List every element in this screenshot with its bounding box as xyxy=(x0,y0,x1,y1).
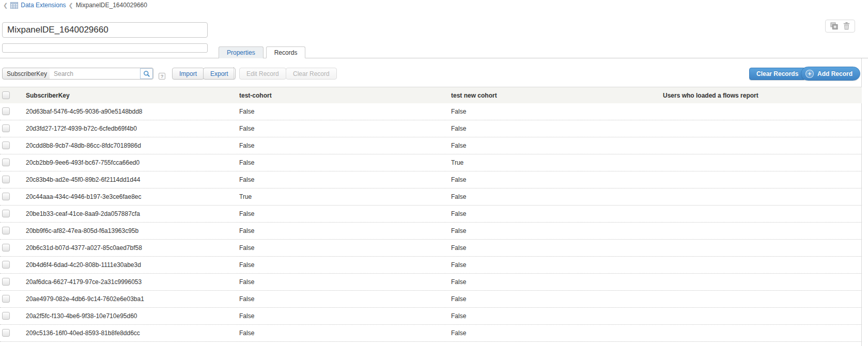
table-row[interactable]: 20c44aaa-434c-4946-b197-3e3ce6fae8ec Tru… xyxy=(0,188,862,206)
row-checkbox[interactable] xyxy=(2,295,10,303)
row-checkbox-cell xyxy=(0,223,24,239)
row-flows-report xyxy=(663,257,862,273)
row-test-cohort: False xyxy=(239,103,451,120)
row-key: 209c5136-16f0-40ed-8593-81b8fe8dd6cc xyxy=(24,325,239,341)
breadcrumb-current: MixpanelDE_1640029660 xyxy=(76,2,147,9)
row-checkbox[interactable] xyxy=(2,159,10,166)
row-key: 20cdd8b8-9cb7-48db-86cc-8fdc7018986d xyxy=(24,137,239,154)
copy-icon[interactable] xyxy=(830,22,839,30)
extension-name-input[interactable] xyxy=(2,22,208,38)
table-row[interactable]: 20d63baf-5476-4c95-9036-a90e5148bdd8 Fal… xyxy=(0,103,862,120)
row-test-cohort: False xyxy=(239,291,451,307)
row-test-cohort: False xyxy=(239,223,451,239)
row-flows-report xyxy=(663,308,862,324)
row-checkbox-cell xyxy=(0,308,24,324)
table-row[interactable]: 20c83b4b-ad2e-45f0-89b2-6f2114dd1d44 Fal… xyxy=(0,171,862,188)
search-area xyxy=(50,68,153,80)
row-test-new-cohort: False xyxy=(451,325,663,341)
table-row[interactable]: 20d3fd27-172f-4939-b72c-6cfedb69f4b0 Fal… xyxy=(0,120,862,137)
row-test-cohort: False xyxy=(239,325,451,341)
table-row[interactable]: 20b4d6f4-6dad-4c20-808b-1111e30abe3d Fal… xyxy=(0,257,862,274)
search-input[interactable] xyxy=(50,68,153,80)
row-checkbox[interactable] xyxy=(2,124,10,132)
tab-records[interactable]: Records xyxy=(266,46,306,58)
column-header-test-cohort: test-cohort xyxy=(239,87,451,103)
tab-properties[interactable]: Properties xyxy=(219,46,264,58)
row-key: 20cb2bb9-9ee6-493f-bc67-755fcca66ed0 xyxy=(24,154,239,171)
row-checkbox[interactable] xyxy=(2,261,10,269)
row-checkbox[interactable] xyxy=(2,329,10,337)
row-test-new-cohort: False xyxy=(451,257,663,273)
row-checkbox[interactable] xyxy=(2,107,10,115)
row-flows-report xyxy=(663,223,862,239)
row-flows-report xyxy=(663,137,862,154)
row-checkbox[interactable] xyxy=(2,278,10,286)
row-checkbox-cell xyxy=(0,137,24,154)
row-checkbox[interactable] xyxy=(2,312,10,320)
table-row[interactable]: 20ae4979-082e-4db6-9c14-7602e6e03ba1 Fal… xyxy=(0,291,862,308)
row-checkbox[interactable] xyxy=(2,210,10,217)
row-key: 20af6dca-6627-4179-97ce-2a31c9996053 xyxy=(24,274,239,290)
records-table: SubscriberKey test-cohort test new cohor… xyxy=(0,87,862,342)
row-checkbox[interactable] xyxy=(2,141,10,149)
back-chevron-icon[interactable]: ❮ xyxy=(3,2,8,9)
row-flows-report xyxy=(663,291,862,307)
row-checkbox-cell xyxy=(0,103,24,120)
row-test-cohort: False xyxy=(239,206,451,222)
row-key: 20bb9f6c-af82-47ea-805d-f6a13963c95b xyxy=(24,223,239,239)
row-checkbox-cell xyxy=(0,171,24,188)
table-row[interactable]: 20bb9f6c-af82-47ea-805d-f6a13963c95b Fal… xyxy=(0,223,862,240)
records-table-header: SubscriberKey test-cohort test new cohor… xyxy=(0,87,862,103)
row-test-new-cohort: False xyxy=(451,240,663,256)
row-checkbox-cell xyxy=(0,274,24,290)
table-row[interactable]: 209c5136-16f0-40ed-8593-81b8fe8dd6cc Fal… xyxy=(0,325,862,342)
table-row[interactable]: 20cb2bb9-9ee6-493f-bc67-755fcca66ed0 Fal… xyxy=(0,154,862,171)
row-test-cohort: False xyxy=(239,137,451,154)
row-checkbox-cell xyxy=(0,257,24,273)
row-test-cohort: False xyxy=(239,274,451,290)
row-checkbox[interactable] xyxy=(2,244,10,251)
clear-records-button[interactable]: Clear Records xyxy=(749,68,805,80)
row-key: 20b4d6f4-6dad-4c20-808b-1111e30abe3d xyxy=(24,257,239,273)
row-checkbox-cell xyxy=(0,188,24,205)
row-key: 20d63baf-5476-4c95-9036-a90e5148bdd8 xyxy=(24,103,239,120)
row-flows-report xyxy=(663,154,862,171)
search-button[interactable] xyxy=(140,68,153,79)
row-flows-report xyxy=(663,240,862,256)
export-button[interactable]: Export xyxy=(203,68,236,80)
breadcrumb-link-data-extensions[interactable]: Data Extensions xyxy=(21,2,66,9)
column-header-test-new-cohort: test new cohort xyxy=(451,87,663,103)
edit-record-button[interactable]: Edit Record xyxy=(239,68,286,80)
row-checkbox[interactable] xyxy=(2,227,10,234)
row-checkbox[interactable] xyxy=(2,193,10,200)
table-row[interactable]: 20a2f5fc-f130-4be6-9f38-10e710e95d60 Fal… xyxy=(0,308,862,325)
table-row[interactable]: 20af6dca-6627-4179-97ce-2a31c9996053 Fal… xyxy=(0,274,862,291)
row-test-new-cohort: False xyxy=(451,103,663,120)
row-test-cohort: False xyxy=(239,120,451,137)
table-row[interactable]: 20cdd8b8-9cb7-48db-86cc-8fdc7018986d Fal… xyxy=(0,137,862,154)
breadcrumb: ❮ Data Extensions ❮ MixpanelDE_164002966… xyxy=(3,1,147,9)
row-checkbox-cell xyxy=(0,291,24,307)
row-checkbox[interactable] xyxy=(2,176,10,183)
table-row[interactable]: 20be1b33-ceaf-41ce-8aa9-2da057887cfa Fal… xyxy=(0,206,862,223)
row-key: 20ae4979-082e-4db6-9c14-7602e6e03ba1 xyxy=(24,291,239,307)
data-extension-grid-icon xyxy=(10,2,18,9)
row-flows-report xyxy=(663,188,862,205)
trash-icon[interactable] xyxy=(843,22,850,30)
plus-icon: + xyxy=(805,70,814,78)
select-all-checkbox[interactable] xyxy=(2,91,10,99)
row-key: 20a2f5fc-f130-4be6-9f38-10e710e95d60 xyxy=(24,308,239,324)
row-key: 20d3fd27-172f-4939-b72c-6cfedb69f4b0 xyxy=(24,120,239,137)
add-record-button[interactable]: + Add Record xyxy=(801,67,860,81)
row-test-cohort: False xyxy=(239,154,451,171)
help-icon[interactable]: ? xyxy=(159,73,165,80)
clear-record-button[interactable]: Clear Record xyxy=(286,68,337,80)
search-icon xyxy=(143,70,150,77)
row-flows-report xyxy=(663,206,862,222)
row-test-cohort: False xyxy=(239,171,451,188)
table-row[interactable]: 20b6c31d-b07d-4377-a027-85c0aed7bf58 Fal… xyxy=(0,240,862,257)
data-extension-page: ❮ Data Extensions ❮ MixpanelDE_164002966… xyxy=(0,0,868,346)
import-button[interactable]: Import xyxy=(172,68,204,80)
row-key: 20be1b33-ceaf-41ce-8aa9-2da057887cfa xyxy=(24,206,239,222)
row-test-cohort: False xyxy=(239,257,451,273)
